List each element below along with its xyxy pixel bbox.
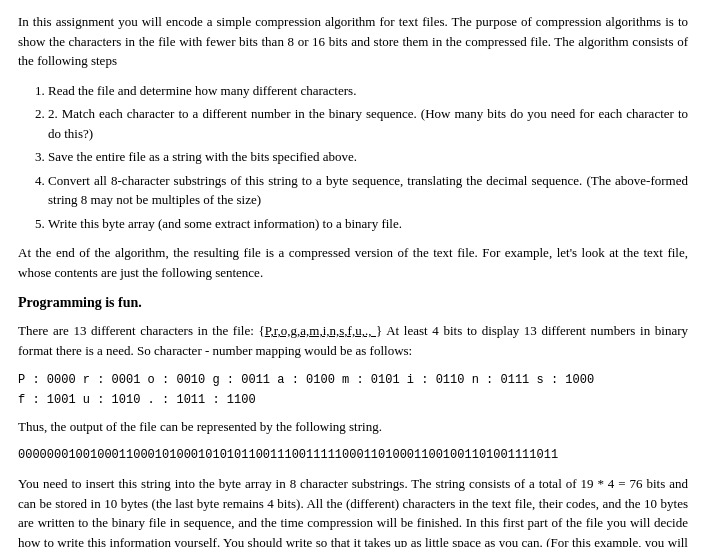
step-3: Save the entire file as a string with th… bbox=[48, 147, 688, 167]
step-4: Convert all 8-character substrings of th… bbox=[48, 171, 688, 210]
step-1: Read the file and determine how many dif… bbox=[48, 81, 688, 101]
step-2: 2. Match each character to a different n… bbox=[48, 104, 688, 143]
char-map: P : 0000 r : 0001 o : 0010 g : 0011 a : … bbox=[18, 370, 688, 411]
para2-start: There are 13 different characters in the… bbox=[18, 323, 265, 338]
intro-paragraph: In this assignment you will encode a sim… bbox=[18, 12, 688, 71]
char-map-line1: P : 0000 r : 0001 o : 0010 g : 0011 a : … bbox=[18, 370, 688, 390]
thus-para: Thus, the output of the file can be repr… bbox=[18, 417, 688, 437]
char-map-line2: f : 1001 u : 1010 . : 1011 : 1100 bbox=[18, 390, 688, 410]
main-content: In this assignment you will encode a sim… bbox=[0, 0, 706, 547]
para3: You need to insert this string into the … bbox=[18, 474, 688, 547]
step-5: Write this byte array (and some extract … bbox=[48, 214, 688, 234]
para2-chars: P,r,o,g,a,m,i,n,s,f,u,., bbox=[265, 323, 376, 338]
heading-programming: Programming is fun. bbox=[18, 292, 688, 313]
steps-list: Read the file and determine how many dif… bbox=[48, 81, 688, 234]
para2: There are 13 different characters in the… bbox=[18, 321, 688, 360]
binary-string: 0000000100100011000101000101010110011100… bbox=[18, 446, 688, 464]
para1: At the end of the algorithm, the resulti… bbox=[18, 243, 688, 282]
